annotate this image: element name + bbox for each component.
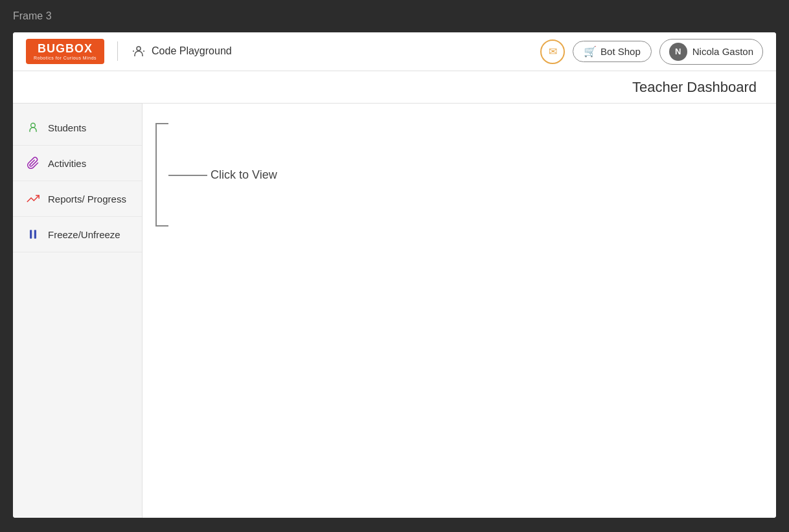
page-title: Teacher Dashboard (632, 79, 757, 96)
frame-title: Frame 3 (13, 10, 52, 22)
annotation-line (168, 175, 207, 176)
logo-subtext: Robotics for Curious Minds (34, 56, 97, 61)
svg-rect-2 (30, 230, 32, 238)
bot-shop-label: Bot Shop (600, 46, 641, 57)
header: BUGBOX Robotics for Curious Minds Code P… (13, 32, 776, 71)
logo[interactable]: BUGBOX Robotics for Curious Minds (26, 39, 104, 64)
avatar: N (669, 43, 687, 61)
click-to-view-area[interactable]: Click to View (155, 123, 363, 227)
sidebar-item-freeze[interactable]: Freeze/Unfreeze (13, 217, 142, 252)
code-playground-label: Code Playground (152, 45, 232, 57)
sidebar-freeze-label: Freeze/Unfreeze (48, 229, 120, 240)
mail-button[interactable]: ✉ (540, 39, 565, 64)
paperclip-icon (26, 156, 40, 170)
user-name: Nicola Gaston (692, 46, 753, 57)
bracket-annotation (155, 123, 168, 227)
person-icon (26, 120, 40, 135)
sidebar-reports-label: Reports/ Progress (48, 194, 126, 205)
logo-text: BUGBOX (38, 43, 93, 56)
header-right: ✉ 🛒 Bot Shop N Nicola Gaston (540, 39, 763, 65)
sidebar-activities-label: Activities (48, 158, 86, 169)
sidebar: Students Activities Reports/ Progre (13, 104, 143, 518)
click-to-view-label: Click to View (211, 168, 277, 182)
header-divider (117, 41, 118, 61)
app-container: BUGBOX Robotics for Curious Minds Code P… (13, 32, 776, 518)
svg-point-0 (137, 47, 141, 50)
svg-rect-3 (34, 230, 36, 238)
bot-shop-button[interactable]: 🛒 Bot Shop (573, 41, 652, 62)
sidebar-item-activities[interactable]: Activities (13, 146, 142, 181)
trending-up-icon (26, 192, 40, 206)
mail-icon: ✉ (549, 45, 557, 58)
sidebar-item-reports[interactable]: Reports/ Progress (13, 181, 142, 217)
header-left: BUGBOX Robotics for Curious Minds Code P… (26, 39, 232, 64)
pause-icon (26, 227, 40, 241)
user-button[interactable]: N Nicola Gaston (659, 39, 763, 65)
bot-shop-icon: 🛒 (584, 45, 597, 58)
code-playground-nav[interactable]: Code Playground (131, 43, 232, 59)
main-content: Click to View (143, 104, 776, 518)
content-area: Students Activities Reports/ Progre (13, 104, 776, 518)
sidebar-item-students[interactable]: Students (13, 110, 142, 146)
code-playground-icon (131, 43, 146, 59)
svg-point-1 (31, 123, 36, 127)
sidebar-students-label: Students (48, 122, 86, 133)
sub-header: Teacher Dashboard (13, 71, 776, 104)
